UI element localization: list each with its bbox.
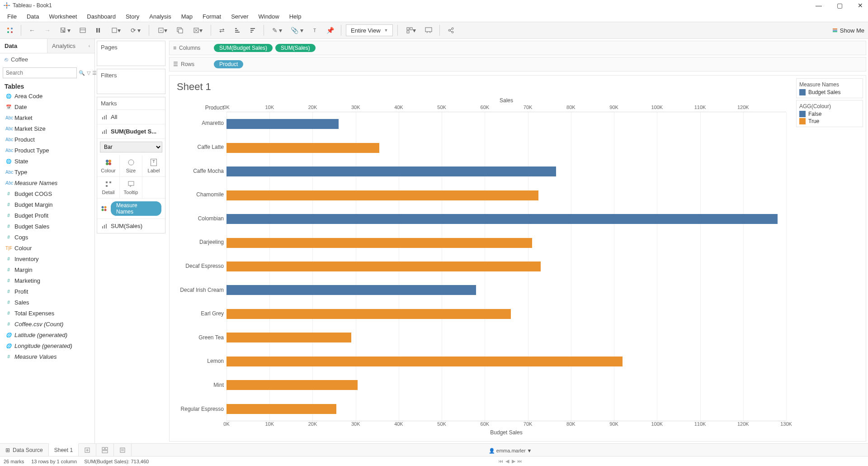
analytics-tab[interactable]: Analytics‹ (47, 39, 94, 53)
pages-shelf[interactable]: Pages (97, 41, 165, 66)
menu-analysis[interactable]: Analysis (145, 12, 175, 21)
field-product[interactable]: AbcProduct (2, 134, 93, 145)
bar-lemon[interactable] (226, 357, 623, 366)
legend-item[interactable]: Budget Sales (799, 89, 860, 96)
pin-button[interactable]: 📌 (324, 24, 336, 37)
columns-pill-2[interactable]: SUM(Sales) (275, 44, 316, 52)
data-tab[interactable]: Data (0, 39, 47, 53)
save-button[interactable]: 🖫 ▾ (57, 24, 74, 37)
field-type[interactable]: AbcType (2, 167, 93, 178)
undo-button[interactable]: ← (26, 24, 38, 37)
bar-amaretto[interactable] (226, 119, 339, 129)
field-longitude-generated-[interactable]: 🌐Longitude (generated) (2, 341, 93, 352)
sort-asc-button[interactable] (231, 24, 244, 37)
field-marketing[interactable]: #Marketing (2, 276, 93, 286)
swap-button[interactable]: ⇄ (216, 24, 228, 37)
field-market-size[interactable]: AbcMarket Size (2, 124, 93, 134)
new-story-tab[interactable] (114, 444, 132, 456)
legend-agg-colour[interactable]: AGG(Colour) FalseTrue (796, 100, 863, 127)
legend-item[interactable]: True (799, 118, 860, 125)
filter-fields-icon[interactable]: ▽ (87, 70, 90, 76)
colour-button[interactable]: Colour (97, 155, 120, 177)
marks-all-row[interactable]: All (97, 110, 165, 124)
label-button[interactable]: TLabel (142, 155, 165, 177)
menu-help[interactable]: Help (285, 12, 306, 21)
bar-green-tea[interactable] (226, 333, 351, 342)
field-budget-margin[interactable]: #Budget Margin (2, 200, 93, 210)
legend-item[interactable]: False (799, 110, 860, 118)
tableau-start-icon[interactable] (4, 24, 16, 37)
run-update-button[interactable]: ▾ (107, 24, 124, 37)
menu-window[interactable]: Window (254, 12, 283, 21)
measure-names-pill[interactable]: Measure Names (111, 201, 161, 216)
detail-button[interactable]: Detail (97, 177, 120, 199)
bar-caffe-mocha[interactable] (226, 166, 556, 176)
redo-button[interactable]: → (41, 24, 54, 37)
clear-button[interactable]: ▾ (189, 24, 206, 37)
sheet-tab-1[interactable]: Sheet 1 (49, 443, 79, 456)
field-profit[interactable]: #Profit (2, 286, 93, 297)
minimize-button[interactable]: — (815, 2, 823, 9)
field-colour[interactable]: T|FColour (2, 243, 93, 254)
columns-pill-1[interactable]: SUM(Budget Sales) (214, 44, 273, 52)
user-menu[interactable]: 👤 emma.marler ▼ (489, 448, 532, 454)
field-latitude-generated-[interactable]: 🌐Latitude (generated) (2, 330, 93, 341)
field-product-type[interactable]: AbcProduct Type (2, 145, 93, 156)
search-input[interactable] (3, 67, 77, 78)
bar-darjeeling[interactable] (226, 238, 532, 248)
menu-worksheet[interactable]: Worksheet (44, 12, 81, 21)
bar-earl-grey[interactable] (226, 309, 511, 319)
filters-shelf[interactable]: Filters (97, 69, 165, 94)
bar-colombian[interactable] (226, 214, 778, 224)
show-me-button[interactable]: Show Me (833, 27, 864, 34)
marks-sales-row[interactable]: SUM(Sales) (97, 219, 165, 233)
rows-pill-1[interactable]: Product (214, 60, 243, 68)
mark-type-select[interactable]: Bar (100, 142, 162, 152)
group-button[interactable]: 📎 ▾ (288, 24, 306, 37)
field-sales[interactable]: #Sales (2, 297, 93, 308)
menu-format[interactable]: Format (198, 12, 226, 21)
field-budget-profit[interactable]: #Budget Profit (2, 210, 93, 221)
field-area-code[interactable]: 🌐Area Code (2, 91, 93, 102)
duplicate-button[interactable] (174, 24, 186, 37)
field-inventory[interactable]: #Inventory (2, 254, 93, 265)
menu-file[interactable]: File (3, 12, 21, 21)
field-coffee-csv-count-[interactable]: #Coffee.csv (Count) (2, 319, 93, 330)
new-dashboard-tab[interactable] (96, 444, 114, 456)
marks-budget-row[interactable]: SUM(Budget S... (97, 124, 165, 139)
field-cogs[interactable]: #Cogs (2, 232, 93, 243)
menu-map[interactable]: Map (177, 12, 197, 21)
new-worksheet-tab[interactable] (79, 444, 96, 456)
refresh-button[interactable]: ⟳ ▾ (127, 24, 144, 37)
field-total-expenses[interactable]: #Total Expenses (2, 308, 93, 319)
new-datasource-button[interactable] (76, 24, 89, 37)
presentation-mode-button[interactable] (422, 24, 435, 37)
columns-shelf[interactable]: ≡Columns SUM(Budget Sales) SUM(Sales) (169, 41, 866, 55)
field-date[interactable]: 📅Date (2, 102, 93, 113)
sheet-title[interactable]: Sheet 1 (177, 81, 786, 93)
chart-bars[interactable] (226, 112, 786, 421)
bar-chamomile[interactable] (226, 190, 538, 200)
datasource-name[interactable]: ⎋Coffee (0, 53, 94, 66)
new-worksheet-button[interactable]: + ▾ (154, 24, 171, 37)
menu-dashboard[interactable]: Dashboard (82, 12, 120, 21)
maximize-button[interactable]: ▢ (835, 2, 844, 9)
menu-data[interactable]: Data (22, 12, 43, 21)
show-hide-cards-button[interactable]: ▾ (402, 24, 420, 37)
size-button[interactable]: Size (120, 155, 142, 177)
highlight-button[interactable]: ✎ ▾ (269, 24, 286, 37)
nav-controls[interactable]: ⏮◀▶⏭ (498, 458, 523, 464)
sort-desc-button[interactable] (246, 24, 259, 37)
rows-shelf[interactable]: ☰Rows Product (169, 57, 866, 71)
field-margin[interactable]: #Margin (2, 265, 93, 276)
field-state[interactable]: 🌐State (2, 156, 93, 167)
field-budget-sales[interactable]: #Budget Sales (2, 221, 93, 232)
fit-dropdown[interactable]: Entire View▼ (346, 24, 393, 36)
pause-auto-updates-button[interactable] (92, 24, 104, 37)
close-button[interactable]: ✕ (856, 2, 864, 9)
field-market[interactable]: AbcMarket (2, 113, 93, 124)
bar-regular-espresso[interactable] (226, 404, 336, 414)
show-mark-labels-button[interactable]: T (308, 24, 321, 37)
field-measure-values[interactable]: #Measure Values (2, 352, 93, 362)
legend-measure-names[interactable]: Measure Names Budget Sales (796, 78, 863, 98)
